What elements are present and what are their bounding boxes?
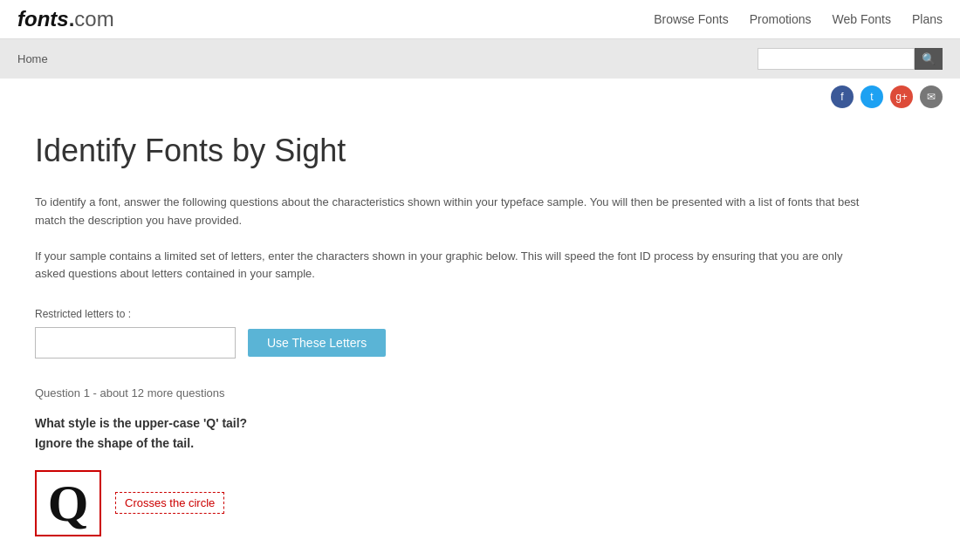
- logo-fonts: fonts: [17, 7, 69, 31]
- question-progress: Question 1 - about 12 more questions: [35, 386, 908, 400]
- intro-paragraph-2: If your sample contains a limited set of…: [35, 248, 864, 284]
- twitter-icon[interactable]: t: [861, 85, 883, 108]
- nav-plans[interactable]: Plans: [912, 12, 943, 26]
- answer-options: Q Crosses the circle: [35, 470, 908, 536]
- nav-web-fonts[interactable]: Web Fonts: [833, 12, 891, 26]
- q-letter: Q: [48, 477, 89, 529]
- nav-promotions[interactable]: Promotions: [750, 12, 812, 26]
- facebook-icon[interactable]: f: [831, 85, 854, 108]
- letter-input-row: Use These Letters: [35, 327, 908, 359]
- nav: Browse Fonts Promotions Web Fonts Plans: [654, 12, 943, 26]
- google-icon[interactable]: g+: [890, 85, 913, 108]
- breadcrumb: Home: [17, 52, 48, 65]
- q-image-box: Q: [35, 470, 101, 536]
- search-button[interactable]: 🔍: [915, 48, 943, 70]
- restricted-letters-input[interactable]: [35, 327, 236, 359]
- breadcrumb-bar: Home 🔍: [0, 39, 960, 79]
- page-title: Identify Fonts by Sight: [35, 133, 908, 169]
- social-bar: f t g+ ✉: [0, 79, 960, 115]
- restricted-label: Restricted letters to :: [35, 308, 908, 320]
- crosses-the-circle-option[interactable]: Crosses the circle: [115, 492, 224, 514]
- question-line-2: Ignore the shape of the tail.: [35, 434, 908, 453]
- search-area: 🔍: [758, 48, 943, 70]
- logo-com: com: [74, 7, 113, 31]
- question-text: What style is the upper-case 'Q' tail? I…: [35, 413, 908, 453]
- header: fonts.com Browse Fonts Promotions Web Fo…: [0, 0, 960, 39]
- main-content: Identify Fonts by Sight To identify a fo…: [0, 115, 943, 560]
- question-line-1: What style is the upper-case 'Q' tail?: [35, 413, 908, 433]
- email-icon[interactable]: ✉: [920, 85, 943, 108]
- logo[interactable]: fonts.com: [17, 7, 114, 31]
- use-letters-button[interactable]: Use These Letters: [248, 329, 386, 357]
- nav-browse-fonts[interactable]: Browse Fonts: [654, 12, 729, 26]
- intro-paragraph-1: To identify a font, answer the following…: [35, 194, 864, 230]
- search-input[interactable]: [758, 48, 915, 70]
